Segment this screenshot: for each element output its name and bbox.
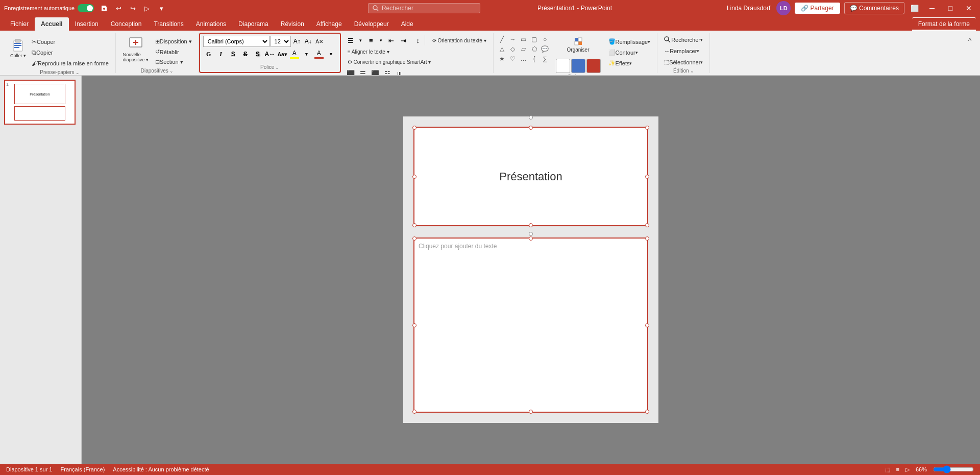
- tab-insertion[interactable]: Insertion: [69, 17, 105, 31]
- view-normal-button[interactable]: ⬚: [885, 466, 890, 473]
- autosave-toggle[interactable]: [78, 4, 94, 12]
- bullets-dropdown[interactable]: ▾: [357, 35, 364, 46]
- selectionner-button[interactable]: ⬚ Sélectionner ▾: [662, 57, 705, 67]
- search-bar[interactable]: [368, 3, 480, 13]
- font-name-select[interactable]: Calibri (Corps): [203, 36, 270, 47]
- rechercher-button[interactable]: Rechercher ▾: [662, 35, 705, 45]
- increase-font-size-button[interactable]: A↑: [292, 36, 302, 46]
- shape-parallelogram[interactable]: ▱: [519, 44, 528, 54]
- handle-bottom-left[interactable]: [412, 223, 416, 227]
- presse-papiers-expand[interactable]: ⌄: [76, 70, 80, 75]
- shape-pentagon[interactable]: ⬠: [530, 44, 539, 54]
- tab-transitions[interactable]: Transitions: [148, 17, 189, 31]
- tab-aide[interactable]: Aide: [395, 17, 420, 31]
- decrease-indent-button[interactable]: ⇤: [386, 35, 397, 46]
- save-button[interactable]: [98, 2, 110, 14]
- font-size-select[interactable]: 12: [271, 36, 291, 47]
- content-handle-bottom-middle[interactable]: [529, 410, 533, 414]
- numbering-button[interactable]: ≡: [365, 35, 377, 46]
- reproduire-button[interactable]: 🖌 Reproduire la mise en forme: [29, 58, 111, 68]
- decrease-font-size-button[interactable]: A↓: [303, 36, 313, 46]
- justify-button[interactable]: ☷: [382, 68, 393, 76]
- coller-button[interactable]: Coller ▾: [8, 35, 28, 60]
- handle-bottom-right[interactable]: [645, 223, 649, 227]
- title-textbox[interactable]: Présentation: [413, 127, 648, 226]
- connector-handle[interactable]: [529, 232, 533, 236]
- tab-developpeur[interactable]: Développeur: [348, 17, 395, 31]
- content-handle-bottom-left[interactable]: [412, 410, 416, 414]
- search-input[interactable]: [382, 5, 474, 12]
- remplissage-button[interactable]: 🪣 Remplissage ▾: [606, 37, 653, 46]
- minimize-button[interactable]: ─: [925, 1, 939, 15]
- contour-button[interactable]: ⬜ Contour ▾: [606, 48, 653, 57]
- handle-middle-left[interactable]: [412, 175, 416, 179]
- shape-oval[interactable]: ○: [541, 35, 550, 44]
- align-left-button[interactable]: ⬛: [345, 68, 356, 76]
- align-text-button[interactable]: ≡ Aligner le texte ▾: [345, 48, 392, 56]
- ribbon-display-button[interactable]: ⬜: [909, 2, 921, 14]
- close-button[interactable]: ✕: [962, 1, 976, 15]
- italic-button[interactable]: I: [215, 49, 227, 60]
- slide-thumbnail-1[interactable]: Présentation 1: [4, 80, 76, 125]
- view-diapos-button[interactable]: ▷: [905, 466, 910, 473]
- clear-format-button[interactable]: A✕: [314, 36, 325, 46]
- line-spacing-button[interactable]: ↕: [412, 35, 424, 46]
- tab-accueil[interactable]: Accueil: [35, 17, 69, 31]
- content-handle-bottom-right[interactable]: [645, 410, 649, 414]
- orientation-button[interactable]: ⟳ Orientation du texte ▾: [430, 36, 489, 45]
- spacing-button[interactable]: A↔: [264, 49, 276, 60]
- style-1[interactable]: [556, 59, 570, 73]
- highlight-dropdown[interactable]: ▾: [301, 49, 312, 60]
- tab-fichier[interactable]: Fichier: [4, 17, 35, 31]
- shape-star[interactable]: ★: [498, 54, 507, 63]
- remplacer-button[interactable]: ↔ Remplacer ▾: [662, 46, 702, 56]
- styles-rapides-button[interactable]: Stylesrapides ▾: [553, 57, 604, 76]
- shape-arrow[interactable]: →: [508, 35, 518, 44]
- content-textbox[interactable]: Cliquez pour ajouter du texte: [413, 238, 648, 413]
- shape-rect[interactable]: ▭: [519, 35, 528, 44]
- center-button[interactable]: ☰: [357, 68, 369, 76]
- increase-indent-button[interactable]: ⇥: [398, 35, 409, 46]
- case-button[interactable]: Aa▾: [277, 49, 288, 60]
- nouvelle-diapo-button[interactable]: Nouvellediapositive ▾: [120, 35, 152, 63]
- columns-button[interactable]: ⫼: [394, 68, 405, 76]
- copier-button[interactable]: ⧉ Copier: [29, 48, 111, 58]
- tab-animations[interactable]: Animations: [190, 17, 232, 31]
- underline-button[interactable]: S: [228, 49, 239, 60]
- shape-rounded-rect[interactable]: ▢: [530, 35, 539, 44]
- tab-conception[interactable]: Conception: [105, 17, 148, 31]
- style-3[interactable]: [586, 59, 601, 73]
- effets-button[interactable]: ✨ Effets ▾: [606, 58, 653, 68]
- zoom-slider[interactable]: [933, 465, 974, 473]
- shape-more[interactable]: …: [519, 54, 528, 63]
- font-color-dropdown[interactable]: ▾: [326, 49, 337, 60]
- police-expand[interactable]: ⌄: [275, 65, 279, 70]
- retablir-button[interactable]: ↺ Rétablir: [153, 47, 194, 57]
- align-right-button[interactable]: ⬛: [370, 68, 381, 76]
- shape-bracket[interactable]: {: [530, 54, 539, 63]
- handle-top-right[interactable]: [645, 126, 649, 130]
- shape-line[interactable]: ╱: [498, 35, 507, 44]
- content-handle-middle-left[interactable]: [412, 323, 416, 327]
- tab-affichage[interactable]: Affichage: [310, 17, 348, 31]
- handle-top-middle[interactable]: [529, 126, 533, 130]
- user-avatar[interactable]: LD: [776, 1, 791, 15]
- strikethrough-button[interactable]: S: [240, 49, 251, 60]
- tab-diaporama[interactable]: Diaporama: [232, 17, 275, 31]
- handle-middle-right[interactable]: [645, 175, 649, 179]
- shape-equation[interactable]: ∑: [541, 54, 550, 63]
- redo-button[interactable]: ↪: [127, 2, 139, 14]
- handle-bottom-middle[interactable]: [529, 223, 533, 227]
- shadow-button[interactable]: S: [252, 49, 263, 60]
- present-button[interactable]: ▷: [141, 2, 153, 14]
- tab-revision[interactable]: Révision: [275, 17, 310, 31]
- shape-diamond[interactable]: ◇: [508, 44, 518, 54]
- content-handle-middle-right[interactable]: [645, 323, 649, 327]
- view-plan-button[interactable]: ≡: [896, 466, 899, 472]
- smartart-button[interactable]: ⚙ Convertir en graphique SmartArt ▾: [345, 58, 434, 66]
- bullets-button[interactable]: ☰: [345, 35, 356, 46]
- diapositives-expand[interactable]: ⌄: [169, 68, 174, 74]
- undo-button[interactable]: ↩: [112, 2, 125, 14]
- content-handle-top-right[interactable]: [645, 236, 649, 241]
- content-handle-top-left[interactable]: [412, 236, 416, 241]
